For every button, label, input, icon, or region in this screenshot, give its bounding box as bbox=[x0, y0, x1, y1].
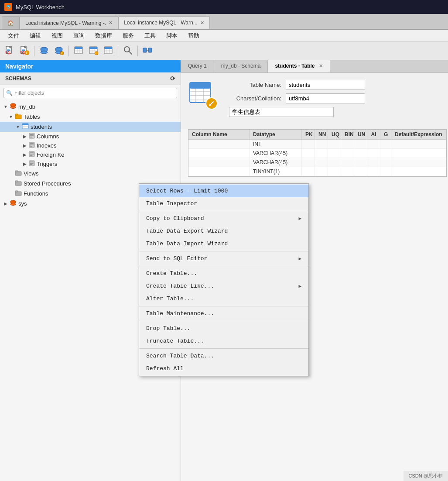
table-row[interactable]: VARCHAR(45) bbox=[188, 149, 446, 158]
tab-0-close[interactable]: ✕ bbox=[109, 20, 113, 26]
svg-line-41 bbox=[129, 52, 132, 54]
tree-item-views[interactable]: Views bbox=[0, 168, 181, 179]
tab-1-close[interactable]: ✕ bbox=[200, 20, 204, 26]
toolbar-inspect[interactable]: i bbox=[52, 44, 66, 58]
tree-item-students[interactable]: ▼ students bbox=[0, 122, 181, 132]
ctx-select-rows[interactable]: Select Rows – Limit 1000 bbox=[139, 185, 308, 197]
menu-help[interactable]: 帮助 bbox=[184, 31, 204, 41]
ctx-table-maintenance[interactable]: Table Maintenance... bbox=[139, 307, 308, 320]
inner-tab-mydb[interactable]: my_db - Schema bbox=[214, 60, 268, 72]
home-tab[interactable]: 🏠 bbox=[2, 16, 20, 29]
open-icon: SQLi bbox=[20, 45, 29, 56]
ctx-search-table-data[interactable]: Search Table Data... bbox=[139, 350, 308, 362]
cell-g-2 bbox=[380, 158, 391, 167]
tables-expand-icon: ▼ bbox=[9, 114, 13, 119]
tab-1[interactable]: Local instance MySQL - Warn... ✕ bbox=[118, 16, 210, 29]
ctx-send-sql-arrow: ▶ bbox=[298, 256, 301, 261]
filter-input[interactable] bbox=[3, 88, 177, 98]
ctx-create-table[interactable]: Create Table... bbox=[139, 267, 308, 280]
schemas-refresh-icon[interactable]: ⟳ bbox=[170, 75, 175, 82]
cell-ai-3 bbox=[367, 167, 380, 176]
navigator-title: Navigator bbox=[5, 63, 34, 70]
cell-col-name-3 bbox=[188, 167, 250, 176]
toolbar-search[interactable] bbox=[121, 44, 135, 58]
toolbar-new-file[interactable]: SQL bbox=[3, 44, 17, 58]
ctx-alter-table[interactable]: Alter Table... bbox=[139, 292, 308, 305]
inner-tab-students-close[interactable]: ✕ bbox=[319, 63, 323, 69]
migrate-icon bbox=[143, 45, 152, 56]
inner-tab-students[interactable]: students - Table ✕ bbox=[268, 60, 330, 72]
menu-file[interactable]: 文件 bbox=[3, 31, 24, 41]
ctx-export-wizard[interactable]: Table Data Export Wizard bbox=[139, 225, 308, 237]
menu-edit[interactable]: 编辑 bbox=[25, 31, 45, 41]
ctx-send-sql-label: Send to SQL Editor bbox=[146, 255, 207, 262]
svg-text:i: i bbox=[61, 52, 62, 55]
inner-tab-query1[interactable]: Query 1 bbox=[181, 60, 214, 72]
tree-item-tables[interactable]: ▼ Tables bbox=[0, 112, 181, 122]
ctx-truncate-table[interactable]: Truncate Table... bbox=[139, 335, 308, 347]
ctx-create-table-like[interactable]: Create Table Like... ▶ bbox=[139, 280, 308, 292]
table-row[interactable]: TINYINT(1) bbox=[188, 167, 446, 176]
svg-rect-79 bbox=[190, 82, 211, 89]
svg-rect-49 bbox=[15, 114, 18, 115]
ctx-truncate-table-label: Truncate Table... bbox=[146, 338, 204, 344]
ctx-import-wizard-label: Table Data Import Wizard bbox=[146, 240, 228, 247]
toolbar-open[interactable]: SQLi bbox=[17, 44, 31, 58]
tree-item-mydb[interactable]: ▼ my_db bbox=[0, 102, 181, 112]
svg-rect-27 bbox=[89, 47, 97, 49]
toolbar-connect[interactable] bbox=[37, 44, 51, 58]
table-row[interactable]: VARCHAR(45) bbox=[188, 158, 446, 167]
ctx-refresh-all-label: Refresh All bbox=[146, 365, 184, 372]
charset-input[interactable] bbox=[286, 93, 365, 103]
status-bar: CSDN @思小菲 bbox=[404, 471, 448, 481]
ctx-send-sql[interactable]: Send to SQL Editor ▶ bbox=[139, 252, 308, 265]
cell-default-1 bbox=[391, 149, 446, 158]
toolbar-migrate[interactable] bbox=[140, 44, 154, 58]
tree-item-indexes[interactable]: ▶ Indexes bbox=[0, 141, 181, 150]
tab-0[interactable]: Local instance MySQL - Warning -. ✕ bbox=[20, 16, 118, 29]
toolbar-schema[interactable]: i bbox=[86, 44, 100, 58]
tab-1-label: Local instance MySQL - Warn... bbox=[124, 20, 198, 26]
menu-service[interactable]: 服务 bbox=[118, 31, 138, 41]
cell-col-name-0 bbox=[188, 140, 250, 148]
menu-view[interactable]: 视图 bbox=[47, 31, 67, 41]
tree-item-triggers[interactable]: ▶ Triggers bbox=[0, 159, 181, 168]
sys-expand-icon: ▶ bbox=[3, 201, 8, 206]
menu-query[interactable]: 查询 bbox=[69, 31, 89, 41]
tab-bar: 🏠 Local instance MySQL - Warning -. ✕ Lo… bbox=[0, 14, 448, 30]
cell-un-3 bbox=[354, 167, 367, 176]
tree-item-foreignkeys[interactable]: ▶ Foreign Ke bbox=[0, 150, 181, 159]
cell-bin-1 bbox=[341, 149, 354, 158]
menu-database[interactable]: 数据库 bbox=[91, 31, 116, 41]
tree-storedproc-label: Stored Procedures bbox=[24, 180, 71, 187]
ctx-copy-clipboard[interactable]: Copy to Clipboard ▶ bbox=[139, 212, 308, 225]
toolbar-sep-2 bbox=[68, 46, 69, 56]
tables-folder-icon bbox=[15, 113, 22, 121]
tree-indexes-label: Indexes bbox=[37, 142, 57, 149]
svg-text:SQL: SQL bbox=[5, 51, 12, 55]
toolbar-routine[interactable] bbox=[101, 44, 115, 58]
ctx-import-wizard[interactable]: Table Data Import Wizard bbox=[139, 237, 308, 250]
students-expand-icon: ▼ bbox=[16, 124, 20, 129]
schema-icon: i bbox=[89, 45, 98, 56]
schemas-header: SCHEMAS ⟳ bbox=[0, 72, 181, 85]
cell-ai-1 bbox=[367, 149, 380, 158]
menu-script[interactable]: 脚本 bbox=[162, 31, 182, 41]
tree-tables-label: Tables bbox=[24, 113, 40, 120]
ctx-table-inspector[interactable]: Table Inspector bbox=[139, 197, 308, 210]
toolbar-table[interactable] bbox=[72, 44, 85, 58]
ctx-refresh-all[interactable]: Refresh All bbox=[139, 362, 308, 375]
cell-bin-2 bbox=[341, 158, 354, 167]
cell-g-3 bbox=[380, 167, 391, 176]
table-form: Table Name: Charset/Collation: bbox=[188, 80, 447, 117]
app-title: MySQL Workbench bbox=[16, 4, 65, 10]
comment-input[interactable] bbox=[229, 107, 334, 117]
col-header-uq: UQ bbox=[328, 130, 341, 139]
col-header-ai: AI bbox=[367, 130, 380, 139]
ctx-search-table-data-label: Search Table Data... bbox=[146, 353, 214, 359]
tree-item-columns[interactable]: ▶ Columns bbox=[0, 132, 181, 141]
ctx-drop-table[interactable]: Drop Table... bbox=[139, 322, 308, 335]
menu-tools[interactable]: 工具 bbox=[140, 31, 160, 41]
table-name-input[interactable] bbox=[286, 80, 365, 90]
table-row[interactable]: INT bbox=[188, 140, 446, 149]
